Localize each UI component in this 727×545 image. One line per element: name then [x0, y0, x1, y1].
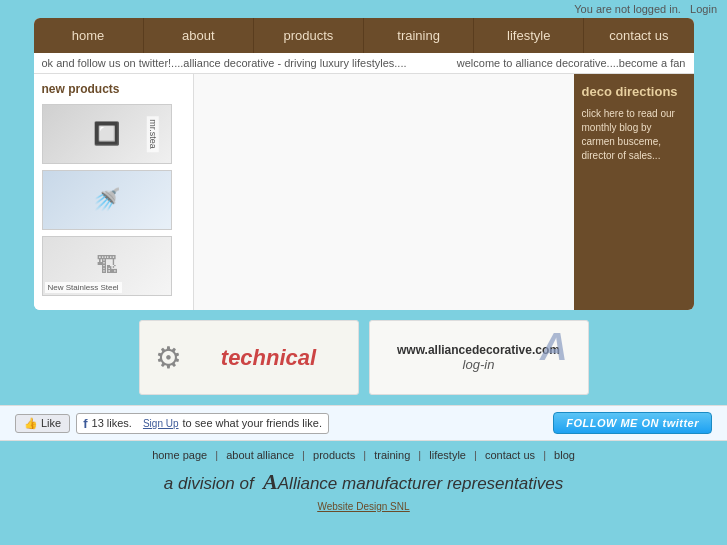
deco-directions-body: click here to read our monthly blog by c…	[582, 107, 686, 163]
banner-technical[interactable]: ⚙ technical	[139, 320, 359, 395]
footer-link-products[interactable]: products	[313, 449, 355, 461]
footer-link-home[interactable]: home page	[152, 449, 207, 461]
fb-count-box: f 13 likes. Sign Up to see what your fri…	[76, 413, 329, 434]
fb-icon: 👍	[24, 417, 38, 430]
alliance-big-a: A	[263, 469, 278, 494]
product-icon-3: 🏗	[96, 253, 118, 279]
fb-logo: f	[83, 416, 87, 431]
ticker-right: welcome to alliance decorative....become…	[457, 57, 686, 69]
login-link[interactable]: Login	[690, 3, 717, 15]
deco-directions-sidebar: deco directions click here to read our m…	[574, 74, 694, 310]
ticker-left: ok and follow us on twitter!....alliance…	[42, 57, 407, 69]
footer-link-blog[interactable]: blog	[554, 449, 575, 461]
footer-link-lifestyle[interactable]: lifestyle	[429, 449, 466, 461]
twitter-label: twitter	[663, 417, 700, 429]
deco-directions-title: deco directions	[582, 84, 686, 99]
bottom-banners: ⚙ technical www.alliancedecorative.com A…	[0, 310, 727, 405]
product-label-1: mr.stea	[147, 116, 159, 152]
technical-label: technical	[221, 345, 316, 371]
twitter-follow-button[interactable]: FOLLOW ME ON twitter	[553, 412, 712, 434]
nav-lifestyle[interactable]: lifestyle	[474, 18, 584, 53]
nav-about[interactable]: about	[144, 18, 254, 53]
footer-tagline: a division of AAlliance manufacturer rep…	[0, 465, 727, 499]
social-bar: 👍 Like f 13 likes. Sign Up to see what y…	[0, 405, 727, 441]
content-area: new products 🔲 mr.stea 🚿 🏗 New Stainless…	[34, 74, 694, 310]
alliance-logo-letter: A	[540, 326, 567, 369]
nav-training[interactable]: training	[364, 18, 474, 53]
banner-alliance[interactable]: www.alliancedecorative.com A log-in	[369, 320, 589, 395]
top-bar-text: You are not logged in.	[574, 3, 681, 15]
top-bar: You are not logged in. Login	[0, 0, 727, 18]
fb-section: 👍 Like f 13 likes. Sign Up to see what y…	[15, 413, 329, 434]
fb-signup-suffix: to see what your friends like.	[183, 417, 322, 429]
alliance-url: www.alliancedecorative.com	[397, 343, 560, 357]
main-container: home about products training lifestyle c…	[34, 18, 694, 310]
fb-like-label: Like	[41, 417, 61, 429]
product-icon-2: 🚿	[93, 187, 120, 213]
product-label-3: New Stainless Steel	[45, 282, 122, 293]
footer-credit: Website Design SNL	[0, 499, 727, 520]
left-sidebar: new products 🔲 mr.stea 🚿 🏗 New Stainless…	[34, 74, 194, 310]
footer-links: home page | about alliance | products | …	[0, 441, 727, 465]
nav-contact-us[interactable]: contact us	[584, 18, 693, 53]
main-content	[194, 74, 574, 310]
navigation: home about products training lifestyle c…	[34, 18, 694, 53]
fb-count-text: 13 likes.	[92, 417, 132, 429]
nav-products[interactable]: products	[254, 18, 364, 53]
product-icon-1: 🔲	[93, 121, 120, 147]
credit-link[interactable]: Website Design SNL	[317, 501, 409, 512]
fb-like-button[interactable]: 👍 Like	[15, 414, 70, 433]
new-products-title: new products	[42, 82, 185, 96]
brand-label: Alliance manufacturer representatives	[278, 474, 563, 493]
footer-link-contact[interactable]: contact us	[485, 449, 535, 461]
fb-signup-link[interactable]: Sign Up	[143, 418, 179, 429]
alliance-login: log-in	[463, 357, 495, 372]
product-thumb-1[interactable]: 🔲 mr.stea	[42, 104, 172, 164]
ticker-bar: ok and follow us on twitter!....alliance…	[34, 53, 694, 74]
technical-icon: ⚙	[155, 340, 182, 375]
nav-home[interactable]: home	[34, 18, 144, 53]
footer-link-training[interactable]: training	[374, 449, 410, 461]
product-thumb-2[interactable]: 🚿	[42, 170, 172, 230]
footer-link-about[interactable]: about alliance	[226, 449, 294, 461]
follow-label: FOLLOW ME ON	[566, 417, 659, 429]
product-thumb-3[interactable]: 🏗 New Stainless Steel	[42, 236, 172, 296]
tagline-prefix: a division of	[164, 474, 254, 493]
